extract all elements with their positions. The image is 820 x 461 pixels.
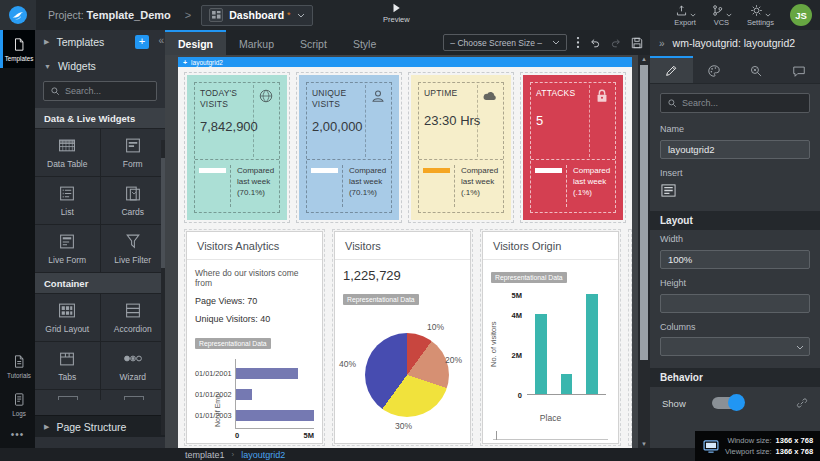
widget-cards[interactable]: Cards <box>101 177 166 224</box>
widget-form[interactable]: Form <box>101 129 166 176</box>
stat-card-cell: UPTIME23:30 HrsCompared last week (.1%) <box>408 72 514 223</box>
stat-card-unique-visits[interactable]: UNIQUE VISITS2,00,000Compared last week … <box>299 75 399 220</box>
canvas-scrollbar[interactable]: ▲ ▼ <box>638 55 650 448</box>
breadcrumb-page[interactable]: template1 <box>185 450 225 460</box>
templates-section-toggle[interactable]: ▶ Templates + « <box>35 30 165 54</box>
insert-rows-icon[interactable] <box>660 183 677 198</box>
expand-panel-icon[interactable]: » <box>659 38 665 49</box>
widget-data-table[interactable]: Data Table <box>35 129 100 176</box>
chevron-down-icon <box>726 13 732 17</box>
tab-events[interactable] <box>778 56 820 83</box>
widgets-section-toggle[interactable]: ▼ Widgets <box>35 54 165 78</box>
width-label: Width <box>660 234 810 244</box>
settings-icon <box>750 4 763 17</box>
panel-title: Visitors <box>335 232 470 260</box>
axis-tick-label: 4M <box>512 311 522 320</box>
widget-list[interactable]: List <box>35 177 100 224</box>
tab-properties[interactable] <box>650 56 693 83</box>
insert-label: Insert <box>660 168 810 178</box>
logs-icon <box>12 392 26 407</box>
chevron-down-icon <box>690 13 696 17</box>
rail-overflow-menu[interactable]: ••• <box>0 423 35 448</box>
live-form-icon <box>57 233 77 250</box>
widget-live-form[interactable]: Live Form <box>35 225 100 272</box>
page-structure-toggle[interactable]: ▶ Page Structure <box>35 415 165 437</box>
preview-button[interactable]: Preview <box>383 3 410 24</box>
monitor-icon <box>703 440 719 453</box>
stat-card-value: 2,00,000 <box>312 119 372 136</box>
screen-size-dropdown[interactable]: – Choose Screen Size – <box>443 34 567 51</box>
stat-card-uptime[interactable]: UPTIME23:30 HrsCompared last week (.1%) <box>411 75 511 220</box>
magnifier-icon <box>749 64 763 78</box>
bind-link-icon[interactable] <box>796 397 808 409</box>
show-toggle[interactable] <box>712 397 743 409</box>
user-icon <box>370 88 386 104</box>
name-field[interactable] <box>660 140 810 159</box>
chevron-down-icon <box>552 40 560 45</box>
rail-item-templates[interactable]: Templates <box>0 30 35 68</box>
window-size-indicator: Window size:1366 x 768 Viewport size:136… <box>695 431 820 461</box>
x-tick-max: 5M <box>304 431 314 440</box>
more-options-icon[interactable] <box>576 36 580 49</box>
editor-tab-markup[interactable]: Markup <box>226 30 287 55</box>
scrollbar-thumb[interactable] <box>640 65 648 360</box>
add-template-button[interactable]: + <box>135 35 149 49</box>
redo-icon[interactable] <box>610 37 622 49</box>
stat-card-today-s-visits[interactable]: TODAY'S VISITS7,842,900Compared last wee… <box>187 75 287 220</box>
undo-icon[interactable] <box>589 37 601 49</box>
topbar-action-export[interactable]: Export <box>674 1 696 29</box>
project-title: Project:Template_Demo <box>48 9 171 21</box>
current-page-name: Dashboard <box>229 9 284 21</box>
widget-accordion[interactable]: Accordion <box>101 294 166 341</box>
stat-card-attacks[interactable]: ATTACKS5Compared last week (.1%) <box>523 75 623 220</box>
play-icon <box>391 3 401 13</box>
stat-card-value: 5 <box>536 113 596 130</box>
tab-styles[interactable] <box>693 56 736 83</box>
wavemaker-logo-icon[interactable] <box>0 0 36 30</box>
tab-inspect[interactable] <box>735 56 778 83</box>
rail-item-logs[interactable]: Logs <box>0 385 35 423</box>
page-selector-dropdown[interactable]: Dashboard * <box>201 5 312 26</box>
canvas-page[interactable]: + layoutgrid2 TODAY'S VISITS7,842,900Com… <box>178 57 632 448</box>
properties-search-input[interactable] <box>682 98 803 108</box>
selected-widget-bar[interactable]: + layoutgrid2 <box>178 57 632 67</box>
topbar-action-vcs[interactable]: VCS <box>711 1 732 29</box>
columns-select[interactable] <box>660 337 810 356</box>
widget-tabs[interactable]: Tabs <box>35 342 100 389</box>
widget-wizard[interactable]: Wizard <box>101 342 166 389</box>
bar <box>236 368 298 379</box>
scroll-up-icon[interactable]: ▲ <box>638 56 650 62</box>
topbar-action-settings[interactable]: Settings <box>747 1 774 29</box>
stat-card-progress-bar <box>311 168 338 173</box>
width-field[interactable] <box>660 250 810 269</box>
visitors-panel[interactable]: Visitors 1,225,729 Representational Data… <box>334 231 471 444</box>
widget-grid-layout[interactable]: Grid Layout <box>35 294 100 341</box>
visitors-analytics-panel[interactable]: Visitors Analytics Where do our visitors… <box>186 231 323 444</box>
widget-search-input[interactable] <box>65 86 150 96</box>
properties-tabs <box>650 56 820 84</box>
clipped-widget-row <box>35 390 165 400</box>
breadcrumb-widget[interactable]: layoutgrid2 <box>241 450 285 460</box>
editor-tab-script[interactable]: Script <box>287 30 340 55</box>
lock-icon <box>594 88 610 104</box>
rail-item-tutorials[interactable]: Tutorials <box>0 347 35 385</box>
globe-icon <box>258 88 274 104</box>
height-field[interactable] <box>660 294 810 313</box>
stat-card-compare: Compared last week (.1%) <box>461 165 499 207</box>
widgets-panel: ▶ Templates + « ▼ Widgets Data & Live Wi… <box>35 30 165 448</box>
bar-category-label: 01/01/2002 <box>195 390 234 399</box>
widget-search <box>43 81 157 101</box>
tabs-icon <box>57 350 77 367</box>
widget-live-filter[interactable]: Live Filter <box>101 225 166 272</box>
editor-tab-design[interactable]: Design <box>165 30 226 55</box>
visitors-origin-panel[interactable]: Visitors Origin Representational Data No… <box>482 231 619 444</box>
properties-header: » wm-layoutgrid: layoutgrid2 <box>650 30 820 56</box>
editor-tab-style[interactable]: Style <box>340 30 389 55</box>
representational-data-badge: Representational Data <box>343 294 419 305</box>
user-avatar[interactable]: JS <box>790 4 812 26</box>
search-icon <box>667 98 677 108</box>
scroll-down-icon[interactable]: ▼ <box>638 441 650 447</box>
search-icon <box>50 86 60 96</box>
save-icon[interactable] <box>631 37 643 49</box>
collapse-panel-icon[interactable]: « <box>158 35 164 46</box>
